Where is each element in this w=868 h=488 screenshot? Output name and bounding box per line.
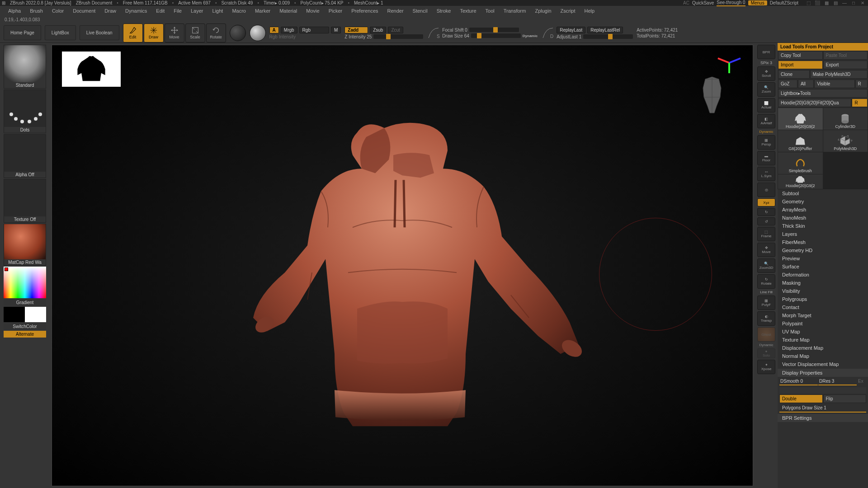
scale-mode-button[interactable]: Scale	[185, 23, 205, 42]
edit-mode-button[interactable]: Edit	[123, 23, 143, 42]
menu-color[interactable]: Color	[47, 7, 68, 15]
dres-slider[interactable]: DRes 3	[818, 378, 857, 385]
persp-button[interactable]: ▦Persp	[757, 135, 775, 150]
menu-draw[interactable]: Draw	[100, 7, 121, 15]
z-intensity-slider[interactable]: Z Intensity 25	[344, 34, 372, 39]
palette-arraymesh[interactable]: ArrayMesh	[778, 206, 868, 214]
menu-zplugin[interactable]: Zplugin	[530, 7, 556, 15]
rgb-toggle[interactable]: Rgb	[299, 27, 329, 33]
menu-layer[interactable]: Layer	[186, 7, 208, 15]
spix-slider[interactable]: SPix 3	[760, 61, 772, 65]
menu-picker[interactable]: Picker	[324, 7, 347, 15]
tool-item[interactable]: Hoodie{20}G9{2	[778, 108, 823, 130]
color-swatches[interactable]	[4, 307, 46, 322]
move-mode-button[interactable]: Move	[165, 23, 184, 42]
zsub-toggle[interactable]: Zsub	[370, 27, 386, 33]
palette-bprsettings[interactable]: BPR Settings	[778, 414, 868, 422]
menu-preferences[interactable]: Preferences	[347, 7, 382, 15]
orientation-head-icon[interactable]	[694, 72, 730, 117]
make-polymesh-button[interactable]: Make PolyMesh3D	[810, 70, 868, 79]
zcut-toggle[interactable]: Zcut	[388, 27, 403, 33]
menu-zscript[interactable]: Zscript	[556, 7, 580, 15]
alternate-button[interactable]: Alternate	[4, 331, 46, 338]
menu-marker[interactable]: Marker	[250, 7, 275, 15]
rotate-mode-button[interactable]: Rotate	[206, 23, 226, 42]
menu-help[interactable]: Help	[580, 7, 599, 15]
menu-edit[interactable]: Edit	[151, 7, 169, 15]
maximize-icon[interactable]: □	[850, 0, 857, 6]
menus-toggle[interactable]: Menus	[748, 0, 767, 5]
zadd-toggle[interactable]: Zadd	[344, 27, 368, 33]
frame-button[interactable]: ⬚Frame	[757, 227, 775, 241]
palette-preview[interactable]: Preview	[778, 254, 868, 263]
tool-item[interactable]: PolyMesh3D	[823, 130, 868, 152]
menu-dynamics[interactable]: Dynamics	[121, 7, 151, 15]
ex-button[interactable]: Ex	[857, 378, 866, 385]
gradient-button[interactable]: Gradient	[4, 299, 46, 306]
palette-layers[interactable]: Layers	[778, 230, 868, 238]
palette-texturemap[interactable]: Texture Map	[778, 336, 868, 344]
menu-transform[interactable]: Transform	[499, 7, 531, 15]
xyz-y-button[interactable]: ↻	[757, 208, 775, 216]
layout-icon[interactable]: ⬚	[805, 0, 812, 6]
tool-item[interactable]: G8{20}Puffer	[778, 130, 823, 152]
default-zscript[interactable]: DefaultZScript	[770, 0, 798, 5]
current-tool-name[interactable]: Hoodie{20}G9{20}Fit{20}Qua	[778, 99, 851, 107]
axis-widget-icon[interactable]	[716, 52, 743, 74]
aahalf-button[interactable]: ◧AAHalf	[757, 114, 775, 128]
layout3-icon[interactable]: ▦	[823, 0, 830, 6]
drawmode-button[interactable]: ◎	[757, 183, 775, 197]
seethrough-slider[interactable]: See-through 0	[717, 0, 745, 6]
material-selector[interactable]: MatCap Red Wa	[4, 224, 46, 266]
palette-thickskin[interactable]: Thick Skin	[778, 222, 868, 230]
palette-contact[interactable]: Contact	[778, 303, 868, 311]
menu-light[interactable]: Light	[208, 7, 228, 15]
m-toggle[interactable]: M	[331, 27, 341, 33]
color-picker[interactable]	[4, 267, 46, 298]
layout4-icon[interactable]: ▤	[832, 0, 839, 6]
xyz-button[interactable]: Xyz	[757, 198, 775, 206]
dsmooth-slider[interactable]: DSmooth 0	[779, 378, 818, 385]
menu-stroke[interactable]: Stroke	[432, 7, 456, 15]
paste-tool-button[interactable]: Paste Tool	[823, 51, 868, 60]
palette-surface[interactable]: Surface	[778, 263, 868, 271]
rotate3d-button[interactable]: ↻Rotate	[757, 274, 775, 289]
display-slider[interactable]	[779, 387, 866, 394]
live-boolean-button[interactable]: Live Boolean	[80, 25, 119, 40]
s-curve-icon[interactable]: S	[427, 26, 440, 40]
palette-uvmap[interactable]: UV Map	[778, 328, 868, 336]
solo-button[interactable]: ●Solo	[757, 348, 775, 358]
palette-deformation[interactable]: Deformation	[778, 271, 868, 279]
floor-button[interactable]: ▬Floor	[757, 151, 775, 165]
palette-normalmap[interactable]: Normal Map	[778, 352, 868, 360]
actual-button[interactable]: ⬜Actual	[757, 98, 775, 113]
zoom3d-button[interactable]: 🔍Zoom3D	[757, 258, 775, 273]
palette-fibermesh[interactable]: FiberMesh	[778, 238, 868, 246]
lightbox-button[interactable]: LightBox	[45, 25, 76, 40]
palette-displacementmap[interactable]: Displacement Map	[778, 344, 868, 352]
brush-selector[interactable]: Standard	[4, 45, 46, 89]
palette-vectordisplacement[interactable]: Vector Displacement Map	[778, 360, 868, 368]
scroll-button[interactable]: ✥Scroll	[757, 66, 775, 81]
menu-document[interactable]: Document	[68, 7, 100, 15]
draw-size-slider[interactable]: Draw Size 64	[442, 33, 469, 38]
palette-displayproperties[interactable]: Display Properties	[778, 369, 868, 377]
menu-movie[interactable]: Movie	[302, 7, 324, 15]
double-button[interactable]: Double	[779, 394, 823, 403]
goz-visible-button[interactable]: Visible	[814, 80, 854, 88]
tool-r-button[interactable]: R	[852, 99, 868, 107]
palette-subtool[interactable]: Subtool	[778, 189, 868, 197]
palette-nanomesh[interactable]: NanoMesh	[778, 214, 868, 222]
a-toggle[interactable]: A	[269, 27, 279, 33]
load-tools-header[interactable]: Load Tools From Project	[778, 43, 868, 51]
menu-texture[interactable]: Texture	[455, 7, 481, 15]
menu-stencil[interactable]: Stencil	[408, 7, 432, 15]
palette-morphtarget[interactable]: Morph Target	[778, 311, 868, 319]
menu-file[interactable]: File	[169, 7, 186, 15]
lightbox-tools-button[interactable]: Lightbox▸Tools	[778, 89, 868, 98]
draw-mode-button[interactable]: Draw	[144, 23, 164, 42]
menu-macro[interactable]: Macro	[227, 7, 250, 15]
import-button[interactable]: Import	[778, 61, 823, 69]
tool-item[interactable]: Cylinder3D	[823, 108, 868, 130]
palette-geometry[interactable]: Geometry	[778, 197, 868, 206]
